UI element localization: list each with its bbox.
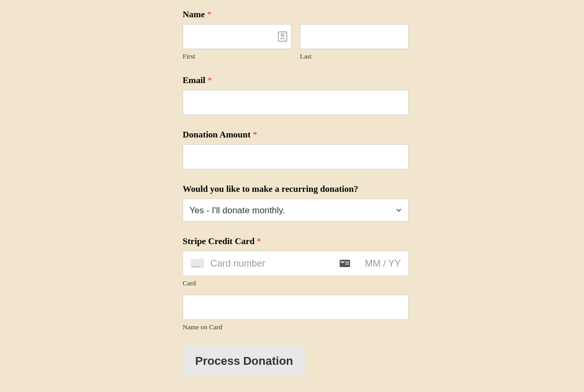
- required-indicator: *: [208, 75, 212, 85]
- donation-amount-label: Donation Amount *: [183, 130, 409, 140]
- svg-rect-6: [345, 264, 349, 265]
- card-sublabel: Card: [183, 279, 409, 287]
- donation-form: Name * First Last: [183, 0, 409, 376]
- svg-rect-4: [345, 261, 349, 262]
- last-name-sublabel: Last: [300, 52, 409, 61]
- email-label: Email *: [183, 75, 409, 86]
- donation-amount-input[interactable]: [183, 144, 409, 169]
- name-label: Name *: [183, 9, 409, 20]
- first-name-input[interactable]: [183, 24, 291, 49]
- card-icon: [190, 259, 204, 268]
- stripe-label: Stripe Credit Card *: [183, 236, 409, 247]
- name-on-card-sublabel: Name on Card: [183, 323, 409, 331]
- stripe-card-input[interactable]: Card number MM / YY: [183, 251, 409, 276]
- stripe-field-group: Stripe Credit Card * Card number MM / YY…: [183, 236, 409, 331]
- email-input[interactable]: [183, 90, 409, 115]
- svg-rect-3: [341, 261, 344, 263]
- card-number-placeholder: Card number: [210, 258, 340, 269]
- name-row: First Last: [183, 24, 409, 61]
- name-field-group: Name * First Last: [183, 9, 409, 61]
- email-field-group: Email *: [183, 75, 409, 115]
- required-indicator: *: [207, 9, 212, 19]
- process-donation-button[interactable]: Process Donation: [183, 346, 306, 376]
- last-name-input[interactable]: [300, 24, 409, 49]
- first-name-sublabel: First: [183, 52, 291, 61]
- name-on-card-input[interactable]: [183, 295, 409, 320]
- donation-amount-field-group: Donation Amount *: [183, 130, 409, 169]
- card-brand-icon: [340, 260, 350, 267]
- required-indicator: *: [253, 130, 257, 140]
- svg-rect-5: [345, 263, 349, 264]
- recurring-label: Would you like to make a recurring donat…: [183, 184, 409, 194]
- autofill-icon: [278, 31, 287, 42]
- svg-point-1: [282, 34, 284, 37]
- required-indicator: *: [257, 236, 262, 246]
- last-name-col: Last: [300, 24, 409, 61]
- recurring-field-group: Would you like to make a recurring donat…: [183, 184, 409, 222]
- expiry-placeholder: MM / YY: [365, 258, 401, 269]
- first-name-col: First: [183, 24, 291, 61]
- recurring-select[interactable]: Yes - I'll donate monthly.: [183, 199, 409, 222]
